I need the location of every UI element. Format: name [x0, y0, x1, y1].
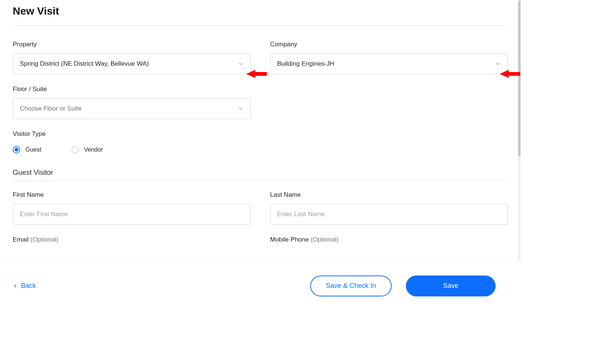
visitor-type-guest-radio[interactable]: Guest	[13, 146, 41, 153]
floor-suite-label: Floor / Suite	[13, 85, 251, 93]
chevron-down-icon	[495, 61, 501, 67]
scrollbar[interactable]	[518, 0, 521, 261]
chevron-down-icon	[238, 61, 244, 67]
email-field: Email (Optional)	[13, 236, 251, 249]
property-field: Property Spring District (NE District Wa…	[13, 41, 251, 74]
last-name-label: Last Name	[270, 191, 508, 199]
scrollbar-thumb[interactable]	[518, 0, 521, 157]
last-name-field: Last Name	[270, 191, 508, 225]
save-check-in-button[interactable]: Save & Check In	[310, 276, 392, 296]
visitor-type-radio-group: Guest Vendor	[13, 146, 508, 153]
floor-suite-field: Floor / Suite Choose Floor or Suite	[13, 85, 251, 119]
first-name-label: First Name	[13, 191, 251, 199]
visitor-type-vendor-radio[interactable]: Vendor	[71, 146, 103, 153]
visitor-type-vendor-label: Vendor	[84, 146, 103, 153]
footer-buttons: Save & Check In Save	[310, 276, 496, 296]
title-divider	[13, 25, 508, 26]
row-contact: Email (Optional) Mobile Phone (Optional)	[13, 236, 508, 249]
chevron-left-icon	[13, 283, 18, 289]
first-name-input[interactable]	[13, 204, 251, 225]
floor-suite-select[interactable]: Choose Floor or Suite	[13, 98, 251, 119]
visitor-type-label: Visitor Type	[13, 130, 508, 138]
first-name-field: First Name	[13, 191, 251, 225]
guest-visitor-divider	[13, 180, 508, 181]
page-title: New Visit	[13, 5, 508, 17]
radio-checked-icon	[13, 146, 20, 153]
property-select-value: Spring District (NE District Way, Bellev…	[20, 60, 149, 68]
mobile-phone-field: Mobile Phone (Optional)	[270, 236, 508, 249]
back-button[interactable]: Back	[13, 282, 36, 290]
company-field: Company Building Engines-JH	[270, 41, 508, 74]
floor-suite-placeholder: Choose Floor or Suite	[20, 105, 81, 112]
row-property-company: Property Spring District (NE District Wa…	[13, 41, 508, 74]
company-label: Company	[270, 41, 508, 48]
chevron-down-icon	[238, 106, 244, 112]
property-select[interactable]: Spring District (NE District Way, Bellev…	[13, 53, 251, 74]
visitor-type-guest-label: Guest	[25, 146, 41, 153]
guest-visitor-heading: Guest Visitor	[13, 168, 508, 177]
email-label: Email (Optional)	[13, 236, 251, 243]
company-select-value: Building Engines-JH	[277, 60, 335, 68]
row-name: First Name Last Name	[13, 191, 508, 225]
company-select[interactable]: Building Engines-JH	[270, 53, 508, 74]
row-floor-suite: Floor / Suite Choose Floor or Suite	[13, 85, 508, 119]
back-label: Back	[21, 282, 36, 290]
mobile-phone-label: Mobile Phone (Optional)	[270, 236, 508, 243]
radio-unchecked-icon	[71, 146, 79, 153]
last-name-input[interactable]	[270, 204, 508, 225]
save-button[interactable]: Save	[406, 276, 496, 296]
footer: Back Save & Check In Save	[0, 261, 508, 310]
property-label: Property	[13, 41, 251, 48]
